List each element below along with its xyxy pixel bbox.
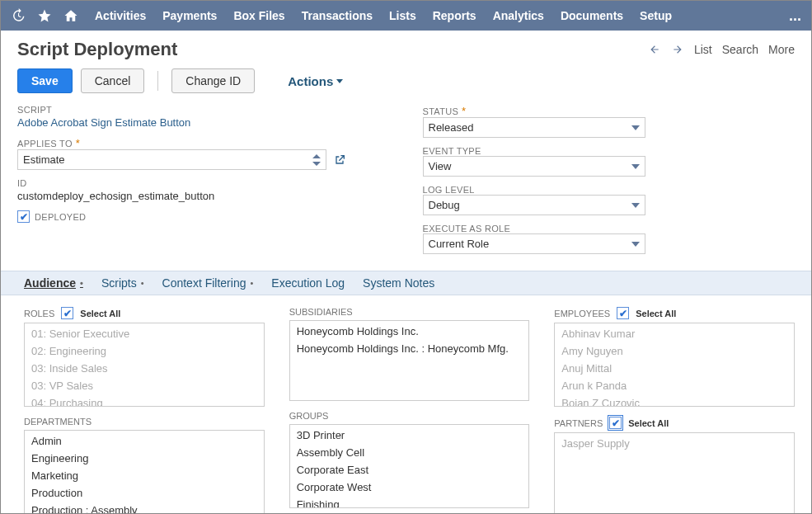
roles-listbox[interactable]: 01: Senior Executive 02: Engineering 03:… xyxy=(24,323,265,407)
groups-label: GROUPS xyxy=(289,411,329,421)
applies-to-label: APPLIES TO xyxy=(17,139,73,149)
list-item[interactable]: Admin xyxy=(25,432,264,450)
list-item[interactable]: 01: Senior Executive xyxy=(25,325,264,342)
nav-forward-icon[interactable] xyxy=(671,44,684,55)
list-item[interactable]: Finishing xyxy=(290,496,529,508)
status-value: Released xyxy=(429,121,474,134)
log-level-select[interactable]: Debug xyxy=(423,195,645,215)
tab-execution-log[interactable]: Execution Log xyxy=(271,276,345,290)
actions-menu[interactable]: Actions xyxy=(288,74,343,88)
list-item[interactable]: Amy Nguyen xyxy=(555,342,794,360)
partners-label: PARTNERS xyxy=(554,418,603,428)
list-item[interactable]: Jasper Supply xyxy=(555,435,794,452)
list-item[interactable]: 3D Printer xyxy=(290,427,529,444)
employees-label: EMPLOYEES xyxy=(554,309,610,318)
execute-as-role-label: EXECUTE AS ROLE xyxy=(423,224,796,233)
list-item[interactable]: Corporate East xyxy=(290,461,529,479)
popout-icon[interactable] xyxy=(333,153,346,167)
status-select[interactable]: Released xyxy=(423,117,645,138)
partners-listbox[interactable]: Jasper Supply xyxy=(554,432,795,514)
header-search-link[interactable]: Search xyxy=(722,43,758,56)
chevron-down-icon xyxy=(631,164,640,169)
partners-select-all-label[interactable]: Select All xyxy=(628,418,669,428)
execute-as-role-value: Current Role xyxy=(429,238,490,250)
list-item[interactable]: Corporate West xyxy=(290,479,529,496)
nav-box-files[interactable]: Box Files xyxy=(233,9,284,22)
employees-listbox[interactable]: Abhinav Kumar Amy Nguyen Anuj Mittal Aru… xyxy=(554,323,795,407)
nav-activities[interactable]: Activities xyxy=(95,9,146,22)
event-type-select[interactable]: View xyxy=(423,156,645,177)
list-item[interactable]: Bojan Z Cuzovic xyxy=(555,394,794,407)
required-marker: * xyxy=(462,105,466,117)
deployed-checkbox[interactable] xyxy=(17,210,30,223)
list-item[interactable]: 03: Inside Sales xyxy=(25,360,264,377)
id-label: ID xyxy=(17,178,390,188)
log-level-label: LOG LEVEL xyxy=(423,185,796,195)
nav-documents[interactable]: Documents xyxy=(561,9,623,22)
event-type-value: View xyxy=(429,160,452,172)
employees-select-all-checkbox[interactable] xyxy=(617,307,629,319)
nav-setup[interactable]: Setup xyxy=(640,9,672,22)
subsidiaries-listbox[interactable]: Honeycomb Holdings Inc. Honeycomb Holdin… xyxy=(289,320,530,401)
required-marker: * xyxy=(76,137,80,149)
header-list-link[interactable]: List xyxy=(694,43,712,56)
save-button[interactable]: Save xyxy=(17,68,73,93)
list-item[interactable]: 02: Engineering xyxy=(25,342,264,360)
nav-reports[interactable]: Reports xyxy=(433,9,476,22)
home-icon[interactable] xyxy=(63,8,78,23)
applies-to-select[interactable]: Estimate xyxy=(17,149,326,170)
employees-select-all-label[interactable]: Select All xyxy=(636,309,676,318)
id-value: customdeploy_echosign_estimate_button xyxy=(17,188,390,202)
top-nav-bar: Activities Payments Box Files Transactio… xyxy=(1,1,811,31)
divider xyxy=(157,71,158,91)
change-id-button[interactable]: Change ID xyxy=(171,68,255,93)
list-item[interactable]: Honeycomb Holdings Inc. xyxy=(290,323,530,340)
list-item[interactable]: 03: VP Sales xyxy=(25,377,264,394)
script-label: SCRIPT xyxy=(17,105,390,115)
log-level-value: Debug xyxy=(429,199,460,211)
chevron-updown-icon xyxy=(312,154,321,166)
nav-back-icon[interactable] xyxy=(648,44,661,55)
list-item[interactable]: Assembly Cell xyxy=(290,444,529,461)
chevron-down-icon xyxy=(631,203,640,208)
departments-listbox[interactable]: Admin Engineering Marketing Production P… xyxy=(24,430,265,514)
roles-select-all-checkbox[interactable] xyxy=(61,307,73,319)
script-link[interactable]: Adobe Acrobat Sign Estimate Button xyxy=(17,115,390,129)
nav-payments[interactable]: Payments xyxy=(162,9,217,22)
chevron-down-icon xyxy=(631,125,640,130)
tab-context-filtering[interactable]: Context Filtering xyxy=(162,276,254,290)
applies-to-value: Estimate xyxy=(23,153,65,166)
deployed-label: DEPLOYED xyxy=(35,212,86,222)
departments-label: DEPARTMENTS xyxy=(24,417,92,427)
chevron-down-icon xyxy=(631,242,640,247)
history-icon[interactable] xyxy=(11,8,26,23)
partners-select-all-checkbox[interactable] xyxy=(609,417,622,429)
list-item[interactable]: Production xyxy=(25,484,264,502)
status-label: STATUS xyxy=(423,106,459,116)
page-title: Script Deployment xyxy=(17,39,648,60)
list-item[interactable]: Production : Assembly xyxy=(25,502,264,514)
list-item[interactable]: Marketing xyxy=(25,467,264,484)
nav-transactions[interactable]: Transactions xyxy=(302,9,373,22)
subsidiaries-label: SUBSIDIARIES xyxy=(289,307,353,317)
nav-analytics[interactable]: Analytics xyxy=(493,9,544,22)
nav-more-dots[interactable]: ... xyxy=(789,7,801,25)
event-type-label: EVENT TYPE xyxy=(423,146,796,156)
tab-scripts[interactable]: Scripts xyxy=(101,276,144,290)
list-item[interactable]: Abhinav Kumar xyxy=(555,325,794,342)
roles-select-all-label[interactable]: Select All xyxy=(80,309,120,318)
list-item[interactable]: Engineering xyxy=(25,450,264,467)
nav-lists[interactable]: Lists xyxy=(389,9,416,22)
star-icon[interactable] xyxy=(37,8,52,23)
execute-as-role-select[interactable]: Current Role xyxy=(423,233,645,254)
header-more-link[interactable]: More xyxy=(768,43,795,56)
list-item[interactable]: Anuj Mittal xyxy=(555,360,794,377)
cancel-button[interactable]: Cancel xyxy=(81,68,145,93)
groups-listbox[interactable]: 3D Printer Assembly Cell Corporate East … xyxy=(289,424,530,508)
tab-audience[interactable]: Audience xyxy=(24,276,83,290)
list-item[interactable]: Honeycomb Holdings Inc. : Honeycomb Mfg. xyxy=(290,340,530,357)
roles-label: ROLES xyxy=(24,309,54,318)
tab-system-notes[interactable]: System Notes xyxy=(363,276,434,290)
list-item[interactable]: Arun k Panda xyxy=(555,377,794,394)
list-item[interactable]: 04: Purchasing xyxy=(25,394,264,407)
